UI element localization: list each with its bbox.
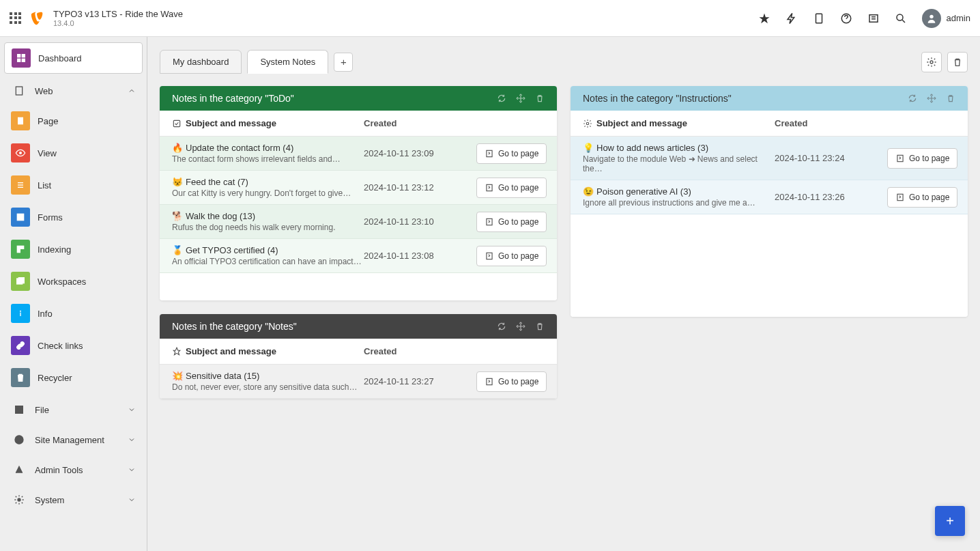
cache-icon[interactable] <box>786 12 798 25</box>
svg-rect-10 <box>17 59 20 62</box>
row-created: 2024-10-11 23:10 <box>364 216 476 227</box>
tab-my-dashboard[interactable]: My dashboard <box>160 50 242 74</box>
widget-delete-icon[interactable] <box>535 322 545 331</box>
row-desc: Our cat Kitty is very hungry. Don't forg… <box>172 188 364 198</box>
header-version: 13.4.0 <box>53 19 183 27</box>
table-row: 💡How to add news articles (3) Navigate t… <box>571 137 968 180</box>
row-created: 2024-10-11 23:12 <box>364 182 476 193</box>
news-icon[interactable] <box>867 12 880 25</box>
svg-rect-0 <box>816 14 822 23</box>
row-title: 🔥Update the contact form (4) <box>172 143 364 153</box>
row-desc: The contact form shows irrelevant fields… <box>172 154 364 164</box>
row-desc: An official TYPO3 certification can have… <box>172 257 364 266</box>
svg-rect-12 <box>16 87 22 95</box>
checkbox-icon <box>172 119 182 128</box>
row-title: 🏅Get TYPO3 certified (4) <box>172 245 364 255</box>
go-to-page-button[interactable]: Go to page <box>476 371 547 392</box>
row-created: 2024-10-11 23:08 <box>364 251 476 261</box>
sidebar-item-check-links[interactable]: Check links <box>4 330 143 361</box>
svg-rect-9 <box>22 54 25 57</box>
svg-rect-27 <box>20 313 20 316</box>
sidebar-item-workspaces[interactable]: Workspaces <box>4 266 143 296</box>
document-icon[interactable] <box>813 12 825 25</box>
apps-grid-icon[interactable] <box>10 12 22 25</box>
chevron-down-icon <box>128 466 136 474</box>
header-text: TYPO3 v13 LTS - Ride the Wave 13.4.0 <box>53 9 183 27</box>
svg-rect-33 <box>173 120 179 126</box>
sidebar-section-admin-tools[interactable]: Admin Tools <box>4 455 143 485</box>
add-widget-fab[interactable]: + <box>935 506 965 536</box>
go-to-page-button[interactable]: Go to page <box>476 212 547 232</box>
go-to-page-button[interactable]: Go to page <box>476 143 547 164</box>
sidebar-section-file[interactable]: File <box>4 395 143 425</box>
row-title: 😾Feed the cat (7) <box>172 177 364 187</box>
chevron-up-icon <box>128 87 136 95</box>
widget-refresh-icon[interactable] <box>497 94 506 103</box>
svg-point-14 <box>19 152 22 154</box>
svg-point-31 <box>18 498 20 501</box>
row-desc: Navigate to the module Web ➜ News and se… <box>583 154 775 173</box>
sidebar-item-dashboard[interactable]: Dashboard <box>4 42 143 74</box>
svg-rect-25 <box>18 278 24 283</box>
row-created: 2024-10-11 23:09 <box>364 148 476 158</box>
sidebar-item-list[interactable]: List <box>4 170 143 200</box>
widget-instructions: Notes in the category "Instructions" Sub… <box>571 86 968 317</box>
svg-point-39 <box>586 122 589 125</box>
row-created: 2024-10-11 23:26 <box>775 192 887 202</box>
sidebar: Dashboard Web Page View List Forms Index… <box>0 37 147 551</box>
row-desc: Rufus the dog needs his walk every morni… <box>172 223 364 232</box>
sidebar-item-forms[interactable]: Forms <box>4 202 143 232</box>
widget-refresh-icon[interactable] <box>908 94 917 103</box>
user-menu[interactable]: admin <box>922 9 970 28</box>
dashboard-delete-button[interactable] <box>947 52 968 72</box>
dashboard-settings-button[interactable] <box>921 52 942 72</box>
chevron-down-icon <box>128 406 136 414</box>
svg-point-5 <box>897 14 903 20</box>
sidebar-item-info[interactable]: Info <box>4 298 143 328</box>
sidebar-item-indexing[interactable]: Indexing <box>4 234 143 264</box>
svg-point-32 <box>930 61 933 63</box>
table-row: 😾Feed the cat (7) Our cat Kitty is very … <box>160 171 557 205</box>
go-to-page-button[interactable]: Go to page <box>476 178 547 198</box>
search-icon[interactable] <box>895 12 907 25</box>
sidebar-section-web[interactable]: Web <box>4 76 143 106</box>
gear-icon <box>583 119 592 128</box>
table-row: 🐕Walk the dog (13) Rufus the dog needs h… <box>160 205 557 239</box>
svg-rect-11 <box>22 59 25 62</box>
go-to-page-button[interactable]: Go to page <box>476 246 547 266</box>
row-title: 💡How to add news articles (3) <box>583 143 775 153</box>
help-icon[interactable] <box>840 12 852 25</box>
go-to-page-button[interactable]: Go to page <box>887 187 957 208</box>
row-title: 😉Poison generative AI (3) <box>583 186 775 197</box>
row-created: 2024-10-11 23:27 <box>364 376 476 386</box>
sidebar-item-view[interactable]: View <box>4 138 143 168</box>
widget-title: Notes in the category "ToDo" <box>172 93 294 104</box>
tab-add-button[interactable]: + <box>334 53 353 72</box>
avatar <box>922 9 941 28</box>
svg-point-29 <box>17 408 19 410</box>
widget-title: Notes in the category "Instructions" <box>583 93 732 104</box>
svg-point-26 <box>20 311 21 312</box>
widget-todo: Notes in the category "ToDo" Subject and… <box>160 86 557 300</box>
widget-move-icon[interactable] <box>927 94 936 103</box>
sidebar-section-system[interactable]: System <box>4 485 143 515</box>
widget-refresh-icon[interactable] <box>497 322 506 331</box>
widget-delete-icon[interactable] <box>946 94 955 103</box>
sidebar-item-recycler[interactable]: Recycler <box>4 363 143 393</box>
widget-title: Notes in the category "Notes" <box>172 321 297 332</box>
go-to-page-button[interactable]: Go to page <box>887 148 957 169</box>
svg-rect-23 <box>17 250 20 253</box>
widget-move-icon[interactable] <box>516 322 525 331</box>
table-row: 🔥Update the contact form (4) The contact… <box>160 137 557 171</box>
bookmark-icon[interactable] <box>758 12 770 25</box>
svg-rect-8 <box>17 54 20 57</box>
svg-rect-22 <box>21 246 24 249</box>
sidebar-item-page[interactable]: Page <box>4 106 143 136</box>
widget-delete-icon[interactable] <box>535 94 545 103</box>
widget-move-icon[interactable] <box>516 94 525 103</box>
sidebar-section-site-management[interactable]: Site Management <box>4 425 143 455</box>
row-desc: Do not, never ever, store any sensitive … <box>172 382 364 392</box>
tab-system-notes[interactable]: System Notes <box>247 50 328 74</box>
pin-icon <box>172 347 182 356</box>
svg-rect-21 <box>17 246 20 249</box>
